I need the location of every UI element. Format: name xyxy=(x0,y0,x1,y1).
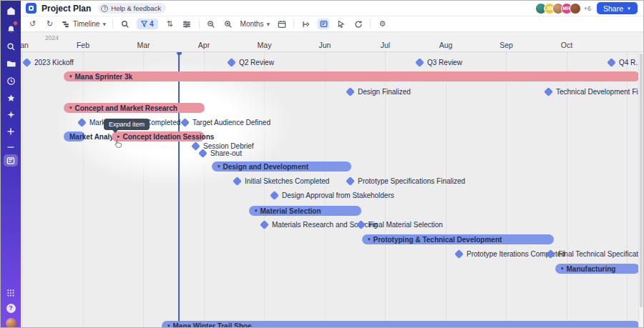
expand-arrow-icon[interactable]: ▸ xyxy=(117,134,120,139)
board-logo-icon[interactable] xyxy=(26,3,36,14)
month-label: Sep xyxy=(476,41,537,49)
jump-to-date-icon[interactable] xyxy=(276,19,287,29)
gantt-bar[interactable]: ▾Design and Development xyxy=(212,161,351,172)
chevron-down-icon: ▼ xyxy=(266,21,270,26)
zoom-scale-dropdown[interactable]: Months ▼ xyxy=(240,20,270,28)
grid-line xyxy=(506,52,507,327)
active-board-icon[interactable] xyxy=(4,154,18,167)
star-icon[interactable] xyxy=(1,91,21,104)
milestone-diamond-icon[interactable] xyxy=(607,58,616,67)
vertical-scrollbar[interactable] xyxy=(638,52,643,327)
help-feedback-button[interactable]: ? Help & feedback xyxy=(98,3,166,14)
apps-grid-icon[interactable] xyxy=(1,287,21,299)
milestone[interactable]: Q2 Review xyxy=(228,57,274,67)
zoom-out-icon[interactable] xyxy=(206,19,217,29)
milestone[interactable]: Q3 Review xyxy=(416,57,462,67)
milestone[interactable]: Final Material Selection xyxy=(358,219,443,229)
zoom-in-icon[interactable] xyxy=(223,19,234,29)
collapse-arrow-icon[interactable]: ▾ xyxy=(255,208,258,214)
logo-icon[interactable] xyxy=(1,4,21,17)
grid-line xyxy=(264,52,265,327)
milestone[interactable]: Target Audience Defined xyxy=(182,117,270,127)
folder-icon[interactable] xyxy=(1,57,21,70)
pointer-icon[interactable] xyxy=(336,19,346,29)
collapse-arrow-icon[interactable]: ▾ xyxy=(69,105,72,111)
milestone[interactable]: 2023 Kickoff xyxy=(24,57,74,67)
milestone-diamond-icon[interactable] xyxy=(180,118,190,127)
gantt-bar[interactable]: ▾Concept and Market Research xyxy=(64,103,205,113)
help-feedback-label: Help & feedback xyxy=(111,4,161,12)
gantt-bar-label: Mana Winter Trail Shoe xyxy=(173,322,252,328)
milestone-diamond-icon[interactable] xyxy=(454,249,464,259)
filter-button[interactable]: 4 xyxy=(137,19,158,29)
collapse-arrow-icon[interactable]: ▾ xyxy=(561,266,564,272)
redo-icon[interactable]: ↻ xyxy=(44,19,55,29)
undo-icon[interactable]: ↺ xyxy=(27,19,38,29)
milestone-diamond-icon[interactable] xyxy=(415,58,424,67)
gantt-bar-label: Manufacturing xyxy=(567,265,616,273)
gantt-bar[interactable]: ▾Material Selection xyxy=(249,206,361,216)
notification-badge xyxy=(13,21,18,26)
collapse-arrow-icon[interactable]: ▾ xyxy=(218,164,220,169)
gantt-bar[interactable]: ▾Manufacturing xyxy=(555,264,640,274)
app-window: ? Project Plan ? Help & feedback JBMR +6… xyxy=(0,0,644,328)
gantt-bar[interactable]: Market Analysis xyxy=(64,131,85,141)
gantt-bar-label: Concept Ideation Sessions xyxy=(123,133,215,141)
dependencies-icon[interactable] xyxy=(301,19,311,29)
collaborator-avatar[interactable] xyxy=(570,3,581,14)
milestone-diamond-icon[interactable] xyxy=(346,177,355,186)
sliders-icon[interactable] xyxy=(182,19,192,29)
milestone[interactable]: Design Finalized xyxy=(347,86,411,96)
gantt-bar[interactable]: ▾Mana Sprinter 3k xyxy=(64,71,640,81)
milestone-diamond-icon[interactable] xyxy=(270,191,279,200)
gantt-bar[interactable]: ▾Prototyping & Technical Development xyxy=(362,234,554,244)
collapse-arrow-icon[interactable]: ▾ xyxy=(167,323,170,327)
milestone-label: Design Approval from Stakeholders xyxy=(282,192,394,199)
milestone[interactable]: Prototype Specifications Finalized xyxy=(347,176,465,186)
search-icon[interactable] xyxy=(119,19,130,29)
milestone[interactable]: Final Technical Specifications Approved xyxy=(547,249,643,259)
milestone[interactable]: Share-out xyxy=(200,148,242,158)
view-type-dropdown[interactable]: Timeline ▼ xyxy=(62,20,106,29)
milestone-diamond-icon[interactable] xyxy=(544,87,553,96)
milestone-diamond-icon[interactable] xyxy=(356,220,366,229)
scrollbar-thumb[interactable] xyxy=(640,54,643,307)
filter-count: 4 xyxy=(150,20,154,28)
milestone[interactable]: Initial Sketches Completed xyxy=(234,176,329,186)
subtasks-icon[interactable] xyxy=(318,19,329,29)
milestone-diamond-icon[interactable] xyxy=(77,118,87,127)
milestone-diamond-icon[interactable] xyxy=(22,58,31,67)
search-icon[interactable] xyxy=(1,40,21,53)
milestone-diamond-icon[interactable] xyxy=(191,141,200,151)
milestone[interactable]: Design Approval from Stakeholders xyxy=(271,190,394,200)
milestone-diamond-icon[interactable] xyxy=(346,87,355,96)
sort-icon[interactable]: ⇅ xyxy=(165,19,175,29)
collapse-arrow-icon[interactable]: ▾ xyxy=(368,237,371,242)
plus-icon[interactable] xyxy=(1,125,21,138)
milestone[interactable]: Q4 R... xyxy=(608,57,642,67)
bell-icon[interactable] xyxy=(1,23,21,36)
milestone-diamond-icon[interactable] xyxy=(227,58,236,67)
milestone-diamond-icon[interactable] xyxy=(260,220,269,229)
gantt-bar[interactable]: ▾Mana Winter Trail Shoe xyxy=(162,321,640,327)
gantt-canvas[interactable]: ▾Mana Sprinter 3k▾Concept and Market Res… xyxy=(21,52,643,327)
collapse-arrow-icon[interactable]: ▾ xyxy=(69,74,72,79)
sync-icon[interactable] xyxy=(353,19,364,29)
avatar-overflow-count[interactable]: +6 xyxy=(584,5,591,12)
milestone-diamond-icon[interactable] xyxy=(198,149,208,158)
help-icon[interactable]: ? xyxy=(1,302,21,314)
milestone-label: Technical Development Finalized xyxy=(556,88,643,96)
month-label: Feb xyxy=(53,41,114,49)
milestone-diamond-icon[interactable] xyxy=(546,249,555,259)
milestone-diamond-icon[interactable] xyxy=(233,177,242,186)
gantt-bar-label: Material Selection xyxy=(260,207,321,215)
gantt-bar-label: Concept and Market Research xyxy=(75,104,177,112)
share-button[interactable]: Share ▼ xyxy=(597,2,638,14)
canvas-toolbar: ↺ ↻ Timeline ▼ 4 ⇅ Months ▼ xyxy=(21,16,643,32)
milestone[interactable]: Technical Development Finalized xyxy=(545,86,643,96)
recent-clock-icon[interactable] xyxy=(1,74,21,87)
gantt-bar[interactable]: ▸Concept Ideation Sessions xyxy=(112,131,205,141)
settings-gear-icon[interactable]: ⚙ xyxy=(377,19,388,29)
user-avatar[interactable] xyxy=(1,317,21,328)
sparkle-icon[interactable] xyxy=(1,108,21,121)
